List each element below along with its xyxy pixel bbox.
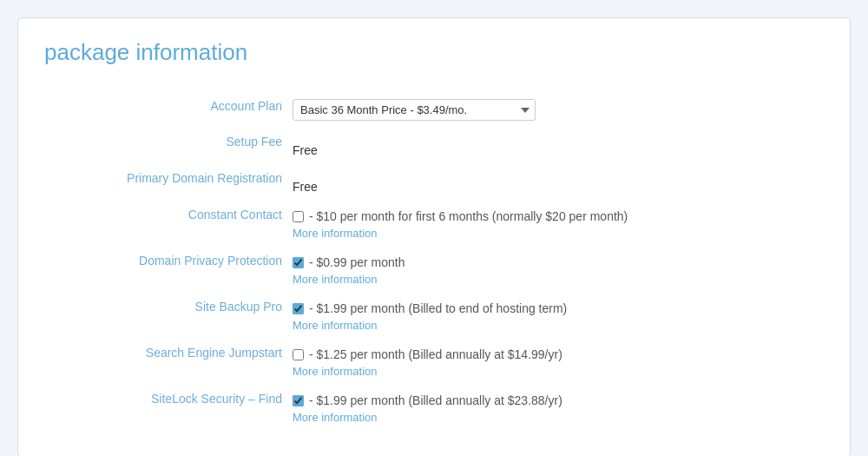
checkbox-input[interactable] xyxy=(293,349,304,360)
more-info-link[interactable]: More information xyxy=(293,411,819,424)
more-info-link[interactable]: More information xyxy=(293,319,819,332)
field-label: Constant Contact xyxy=(44,201,287,247)
field-label: SiteLock Security – Find xyxy=(44,385,287,431)
field-value: Basic 36 Month Price - $3.49/mo. xyxy=(287,92,824,128)
field-label: Site Backup Pro xyxy=(44,293,287,339)
form-row: SiteLock Security – Find- $1.99 per mont… xyxy=(44,385,824,431)
field-value: - $10 per month for first 6 months (norm… xyxy=(287,201,824,247)
form-row: Site Backup Pro- $1.99 per month (Billed… xyxy=(44,293,824,339)
field-label: Search Engine Jumpstart xyxy=(44,339,287,385)
checkbox-input[interactable] xyxy=(293,303,304,314)
checkbox-input[interactable] xyxy=(293,257,304,268)
checkbox-description: - $0.99 per month xyxy=(309,255,405,269)
field-label: Domain Privacy Protection xyxy=(44,247,287,293)
account-plan-select[interactable]: Basic 36 Month Price - $3.49/mo. xyxy=(293,99,536,121)
more-info-link[interactable]: More information xyxy=(293,365,819,378)
form-row: Domain Privacy Protection- $0.99 per mon… xyxy=(44,247,824,293)
static-value: Free xyxy=(293,171,819,194)
page-title: package information xyxy=(44,39,824,75)
more-info-link[interactable]: More information xyxy=(293,227,819,240)
checkbox-row: - $0.99 per month xyxy=(293,255,819,269)
field-value: Free xyxy=(287,164,824,201)
form-row: Search Engine Jumpstart- $1.25 per month… xyxy=(44,339,824,385)
field-value: Free xyxy=(287,128,824,164)
checkbox-input[interactable] xyxy=(293,211,304,222)
field-label: Primary Domain Registration xyxy=(44,164,287,201)
field-label: Setup Fee xyxy=(44,128,287,164)
checkbox-description: - $1.99 per month (Billed to end of host… xyxy=(309,301,567,315)
field-value: - $1.25 per month (Billed annually at $1… xyxy=(287,339,824,385)
form-row: Primary Domain RegistrationFree xyxy=(44,164,824,201)
checkbox-row: - $10 per month for first 6 months (norm… xyxy=(293,209,819,223)
checkbox-row: - $1.25 per month (Billed annually at $1… xyxy=(293,347,819,361)
form-row: Setup FeeFree xyxy=(44,128,824,164)
static-value: Free xyxy=(293,135,819,157)
field-value: - $1.99 per month (Billed annually at $2… xyxy=(287,385,824,431)
form-table: Account PlanBasic 36 Month Price - $3.49… xyxy=(44,92,824,431)
checkbox-description: - $10 per month for first 6 months (norm… xyxy=(309,209,628,223)
checkbox-description: - $1.99 per month (Billed annually at $2… xyxy=(309,393,562,407)
form-row: Account PlanBasic 36 Month Price - $3.49… xyxy=(44,92,824,128)
checkbox-row: - $1.99 per month (Billed to end of host… xyxy=(293,301,819,315)
field-label: Account Plan xyxy=(44,92,287,128)
field-value: - $0.99 per monthMore information xyxy=(287,247,824,293)
package-information-card: package information Account PlanBasic 36… xyxy=(17,17,851,456)
checkbox-input[interactable] xyxy=(293,395,304,406)
field-value: - $1.99 per month (Billed to end of host… xyxy=(287,293,824,339)
checkbox-row: - $1.99 per month (Billed annually at $2… xyxy=(293,393,819,407)
checkbox-description: - $1.25 per month (Billed annually at $1… xyxy=(309,347,562,361)
form-row: Constant Contact- $10 per month for firs… xyxy=(44,201,824,247)
more-info-link[interactable]: More information xyxy=(293,273,819,286)
